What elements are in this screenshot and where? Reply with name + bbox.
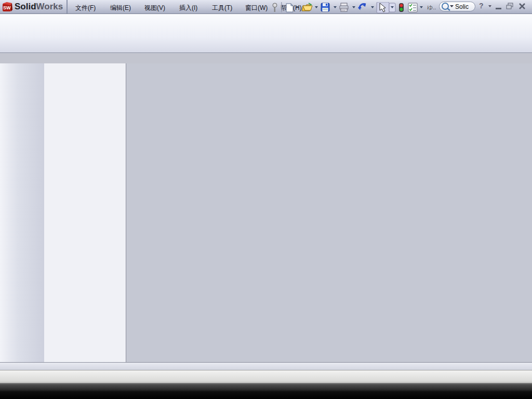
svg-text:ゆ..: ゆ.. — [427, 4, 436, 10]
svg-text:SW: SW — [3, 5, 11, 10]
